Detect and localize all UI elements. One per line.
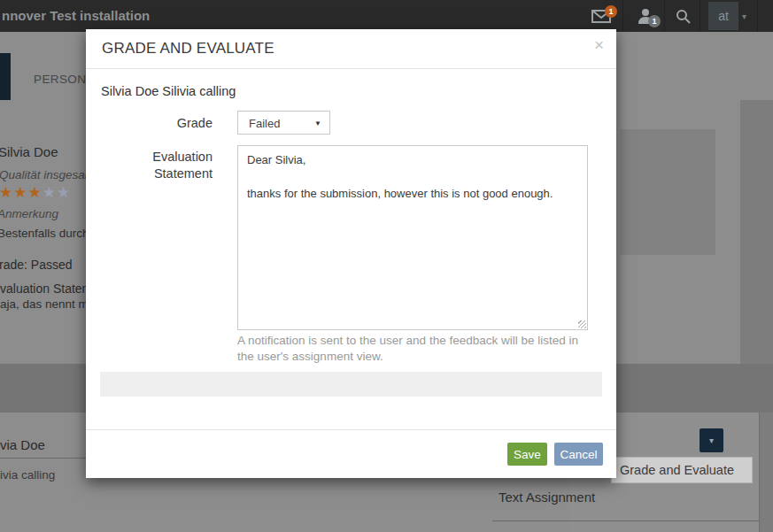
modal-title: GRADE AND EVALUATE <box>102 40 274 58</box>
table-header-text-assignment: Text Assignment <box>499 490 595 505</box>
grade-and-evaluate-modal: GRADE AND EVALUATE × Silvia Doe Silivia … <box>86 29 616 478</box>
select-caret-icon: ▼ <box>314 120 321 127</box>
notification-helper-text: A notification is sent to the user and t… <box>237 333 591 365</box>
user-icon: 1 <box>638 8 653 24</box>
topbar-separator <box>664 0 665 32</box>
menu-item-grade-and-evaluate: Grade and Evaluate <box>611 457 753 483</box>
evaluation-statement-label: Evaluation Statement <box>100 149 213 182</box>
quality-label: Qualität insgesamt <box>0 168 98 181</box>
mail-badge: 1 <box>605 5 617 18</box>
modal-subtitle: Silvia Doe Silivia calling <box>101 84 236 98</box>
cancel-button[interactable]: Cancel <box>554 443 603 466</box>
note-label: Anmerkung <box>0 207 58 220</box>
mail-icon: 1 <box>591 10 611 23</box>
rating-stars: ★★★★★ <box>0 183 71 202</box>
account-caret-icon[interactable]: ▾ <box>742 0 746 32</box>
mail-button[interactable]: 1 <box>588 0 615 32</box>
close-icon[interactable]: × <box>594 36 604 53</box>
actions-dropdown-button: ▾ <box>700 428 723 452</box>
topbar: nnover Test installation 1 1 at ▾ <box>0 0 773 32</box>
grade-select[interactable]: Failed ▼ <box>237 111 330 135</box>
stars-filled: ★★★ <box>0 184 43 201</box>
search-button[interactable] <box>669 0 696 32</box>
topbar-separator <box>700 0 700 32</box>
bottom-student-name: via Doe <box>0 437 45 452</box>
modal-header: GRADE AND EVALUATE × <box>86 29 616 69</box>
grade-label: Grade <box>100 115 213 132</box>
save-button[interactable]: Save <box>507 443 547 466</box>
bottom-student-login: ivia calling <box>0 468 55 482</box>
account-menu-button[interactable]: at <box>708 2 738 30</box>
evaluation-statement-textarea[interactable]: Dear Silvia, thanks for the submission, … <box>237 145 588 330</box>
modal-footer: Save Cancel <box>86 429 616 478</box>
topbar-separator <box>757 0 758 32</box>
evaluation-value: aja, das nennt m <box>0 297 89 311</box>
who-is-online-button[interactable]: 1 <box>632 0 659 32</box>
user-badge: 1 <box>648 15 661 27</box>
table-row-divider <box>492 520 759 521</box>
textarea-resize-handle[interactable] <box>578 320 586 328</box>
table-right-border <box>759 412 760 532</box>
chevron-down-icon: ▾ <box>709 436 714 445</box>
grade-select-value: Failed <box>249 117 280 130</box>
active-tab-indicator <box>0 53 11 100</box>
note-value: Bestenfalls durch <box>0 227 89 240</box>
grade-line: rade: Passed <box>0 258 73 272</box>
student-name: Silvia Doe <box>0 144 58 159</box>
installation-title: nnover Test installation <box>2 8 150 23</box>
topbar-separator <box>622 0 623 32</box>
right-panel-box <box>620 129 715 255</box>
evaluation-label: valuation Statem <box>0 281 92 296</box>
stars-empty: ★★ <box>43 184 71 201</box>
form-toolbar-band <box>100 372 602 397</box>
search-icon <box>676 9 691 24</box>
